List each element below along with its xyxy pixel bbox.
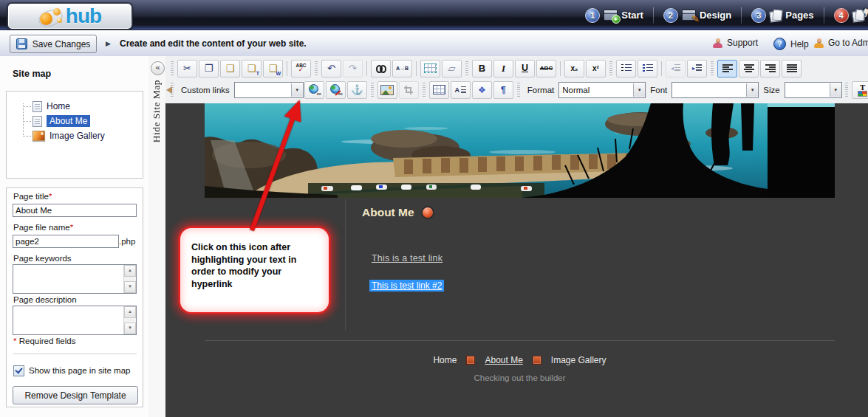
nav-design[interactable]: 2 ✎ Design [654,8,741,23]
paste-from-word-button[interactable]: ❑W [263,60,283,77]
paste-button[interactable]: ❑ [220,60,240,77]
footer-divider [205,340,835,341]
action-bar: Save Changes ▶ Create and edit the conte… [0,30,868,57]
sidebar: Site map Home About Me Image Gallery Pag… [0,56,149,417]
hyperlink-icon: ∞ [308,84,321,96]
footer-link-about-me[interactable]: About Me [485,355,522,365]
replace-button[interactable]: A→B [392,60,412,77]
toolbar-grip[interactable] [845,83,848,97]
page-title-input[interactable] [13,204,137,217]
test-link-1[interactable]: This is a test link [372,253,442,263]
align-left-button[interactable] [717,60,737,77]
nav-pages[interactable]: 3 Pages [742,8,823,23]
custom-links-label: Custom links [181,86,230,94]
nav-start[interactable]: 1 Start [575,8,653,23]
toolbar-grip[interactable] [315,61,318,76]
save-changes-button[interactable]: Save Changes [10,35,97,53]
heading-bullet-icon [421,206,434,219]
tree-item-about-me[interactable]: About Me [17,114,141,128]
underline-icon: U [522,63,528,73]
remove-link-button[interactable]: ∞ [326,81,346,99]
footer-link-home[interactable]: Home [433,355,457,365]
superscript-button[interactable]: x² [586,60,606,77]
top-bar: hub 1 Start 2 ✎ Design 3 Pages 4 [0,0,868,30]
save-icon [16,38,27,49]
hub-logo-text: hub [66,6,101,27]
toolbar-separator [416,61,417,76]
italic-button[interactable]: I [493,60,513,77]
remove-format-button[interactable]: ▱ [442,60,462,77]
hub-logo[interactable]: hub [7,2,133,30]
indent-button[interactable]: ▸ [687,60,707,77]
redo-button[interactable]: ↷ [343,60,363,77]
remove-design-template-button[interactable]: Remove Design Template [13,386,138,404]
scroll-up-icon: ▲ [124,265,136,277]
align-center-button[interactable] [739,60,759,77]
image-icon [380,85,394,95]
justify-button[interactable] [782,60,802,77]
copy-button[interactable]: ❐ [199,60,219,77]
textarea-scrollbar[interactable]: ▲▼ [123,306,136,334]
page-keywords-textarea[interactable]: ▲▼ [13,264,137,294]
cut-button[interactable]: ✂ [177,60,197,77]
format-select[interactable]: Normal▼ [558,82,646,98]
test-link-2-selected[interactable]: This is test link #2 [369,280,444,292]
toolbar-grip[interactable] [517,83,520,97]
show-in-sitemap-checkbox[interactable] [13,365,24,376]
toolbar-grip[interactable] [171,61,174,76]
go-to-admin-link[interactable]: Go to Adm [814,38,868,48]
text-color-button[interactable]: T▼ [852,81,868,99]
insert-link-button[interactable]: ∞ [304,81,324,99]
custom-links-select[interactable]: ▼ [234,82,304,98]
spellcheck-button[interactable]: ABC✓ [291,60,311,77]
editor-toolbar: ✂ ❐ ❑ ❑T ❑W ABC✓ ↶ ↷ A→B ▱ B I U ABC x₂ … [165,56,868,103]
subscript-button[interactable]: x₂ [564,60,584,77]
undo-button[interactable]: ↶ [321,60,341,77]
insert-image-button[interactable] [377,81,397,99]
page-break-button[interactable]: ¶ [493,81,513,99]
toolbar-grip[interactable] [465,61,468,76]
gallery-icon [33,131,45,141]
find-button[interactable] [371,60,391,77]
tree-item-home[interactable]: Home [17,99,141,114]
crop-icon [404,86,413,94]
size-select[interactable]: ▼ [785,82,842,98]
dropdown-arrow-icon: ▼ [830,83,841,97]
crop-button[interactable] [399,81,419,99]
align-right-button[interactable] [760,60,780,77]
bold-button[interactable]: B [472,60,492,77]
sitemap-collapse-strip[interactable]: « Hide Site Map [148,56,166,417]
toolbar-grip[interactable] [609,61,612,76]
cut-icon: ✂ [183,63,191,73]
anchor-button[interactable]: ⚓ [347,81,367,99]
textarea-scrollbar[interactable]: ▲▼ [123,265,136,293]
numbered-list-button[interactable] [616,60,636,77]
toolbar-grip[interactable] [711,61,714,76]
required-asterisk: * [70,223,73,232]
strikethrough-button[interactable]: ABC [536,60,556,77]
underline-button[interactable]: U [515,60,535,77]
collapse-chevron-icon[interactable]: « [151,61,165,75]
page-filename-input[interactable] [13,235,119,248]
hide-sitemap-label[interactable]: Hide Site Map [151,80,163,142]
toolbar-grip[interactable] [371,83,374,97]
bullet-icon [466,356,475,365]
nav-publish[interactable]: 4 ☛ [824,8,868,23]
select-table-button[interactable] [420,60,440,77]
tree-item-image-gallery[interactable]: Image Gallery [17,128,141,143]
footer-link-image-gallery[interactable]: Image Gallery [551,355,606,365]
font-select[interactable]: ▼ [671,82,759,98]
splitter-arrow-icon[interactable] [166,86,172,94]
help-link[interactable]: ? Help [773,38,809,50]
support-link[interactable]: Support [713,38,758,48]
outdent-button[interactable]: ◂ [666,60,686,77]
form-properties-button[interactable]: A [451,81,471,99]
paste-as-text-button[interactable]: ❑T [242,60,262,77]
page-description-textarea[interactable]: ▲▼ [13,306,137,335]
justify-icon [787,64,797,72]
bullet-list-button[interactable] [638,60,657,77]
toolbar-grip[interactable] [423,83,426,97]
insert-table-button[interactable] [429,81,449,99]
special-element-button[interactable]: ❖ [472,81,492,99]
divider [13,354,137,354]
